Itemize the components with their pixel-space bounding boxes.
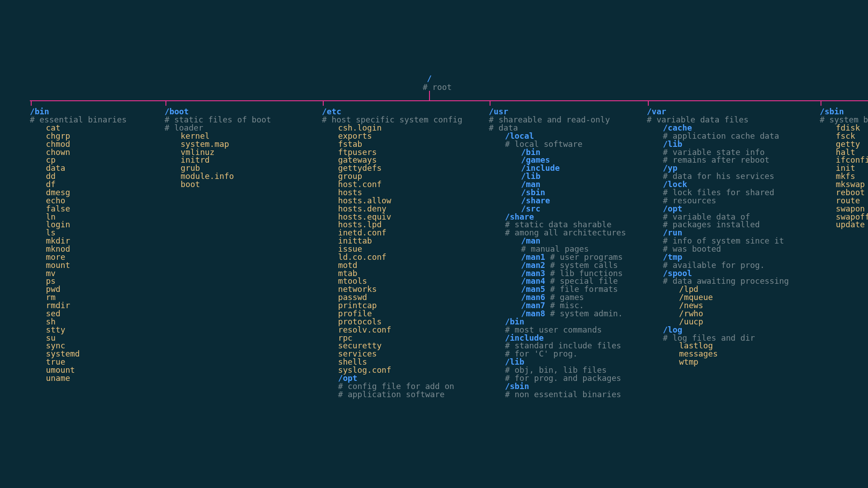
entry-etc: resolv.conf	[338, 326, 392, 334]
dir-var: /lib	[663, 140, 682, 148]
entry-sbin: update	[836, 221, 865, 229]
dir-var: /log	[663, 326, 682, 334]
entry-sbin: swapon	[836, 205, 865, 213]
entry-etc: hosts.allow	[338, 197, 392, 205]
entry-boot: boot	[181, 180, 200, 188]
entry-boot: kernel	[181, 132, 210, 140]
entry-boot: system.map	[181, 140, 229, 148]
dir-usr: /src	[521, 205, 541, 213]
entry-bin: mount	[46, 261, 71, 269]
entry-var: # available for prog.	[663, 261, 764, 269]
entry-bin: chgrp	[46, 132, 71, 140]
entry-usr: # non essential binaries	[505, 390, 621, 399]
entry-bin: stty	[46, 326, 66, 334]
dir-usr: /local	[505, 132, 534, 140]
entry-bin: uname	[46, 374, 71, 382]
dir-etc: /opt	[338, 374, 358, 382]
entry-var: # variable data files	[647, 116, 749, 124]
entry-bin: chmod	[46, 140, 71, 148]
entry-sbin: route	[836, 197, 860, 205]
entry-sbin: getty	[836, 140, 860, 148]
root-dir: /	[427, 75, 432, 83]
entry-var: /uucp	[679, 318, 703, 326]
dir-var: /tmp	[663, 253, 682, 261]
entry-bin: # essential binaries	[30, 116, 127, 124]
dir-usr: /share	[521, 197, 550, 205]
entry-etc: hosts.deny	[338, 205, 387, 213]
dir-var: /opt	[663, 205, 682, 213]
entry-bin: more	[46, 253, 66, 261]
entry-var: # remains after reboot	[663, 156, 769, 164]
root-desc: # root	[423, 83, 452, 91]
entry-var: # resources	[663, 197, 716, 205]
entry-var: wtmp	[679, 358, 698, 366]
entry-usr: # for prog. and packages	[505, 374, 621, 382]
entry-usr: /man8 # system admin.	[521, 310, 623, 318]
entry-var: # application cache data	[663, 132, 779, 140]
entry-usr: # most user commands	[505, 326, 602, 334]
entry-usr: # local software	[505, 140, 582, 148]
entry-etc: # config file for add on	[338, 382, 454, 390]
entry-etc: motd	[338, 261, 358, 269]
entry-sbin: fsck	[836, 132, 855, 140]
entry-bin: sh	[46, 318, 56, 326]
entry-etc: # application software	[338, 390, 445, 399]
entry-bin: false	[46, 205, 71, 213]
entry-etc: protocols	[338, 318, 382, 326]
entry-etc: exports	[338, 132, 372, 140]
entry-etc: fstab	[338, 140, 363, 148]
entry-bin: echo	[46, 197, 66, 205]
entry-etc: ld.co.conf	[338, 253, 387, 261]
dir-usr: /sbin	[505, 382, 529, 390]
dir-usr: /bin	[505, 318, 524, 326]
